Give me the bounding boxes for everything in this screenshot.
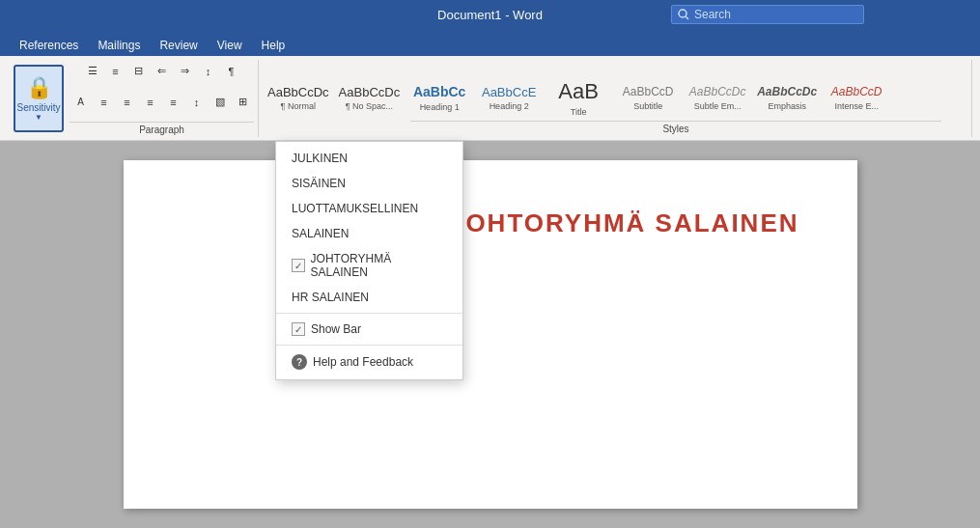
show-marks-button[interactable]: ¶ [221, 62, 242, 81]
document-area: JOHTORYHMÄ SALAINEN [0, 141, 980, 528]
help-icon: ? [292, 354, 307, 370]
tab-review[interactable]: Review [150, 35, 207, 56]
menu-item-johtoryhma-label: JOHTORYHMÄ SALAINEN [311, 252, 447, 279]
help-label: Help and Feedback [313, 355, 413, 369]
menu-item-salainen-label: SALAINEN [292, 227, 349, 240]
list-buttons-row: ☰ ≡ ⊟ ⇐ ⇒ ↕ ¶ [82, 62, 242, 81]
tab-references[interactable]: References [10, 35, 88, 56]
menu-item-julkinen[interactable]: JULKINEN [276, 146, 462, 171]
dropdown-divider-1 [276, 313, 462, 314]
numbered-list-button[interactable]: ≡ [105, 62, 126, 81]
sensitivity-label: Sensitivity [16, 102, 60, 113]
style-intense-em-preview: AaBbCcD [831, 85, 882, 98]
style-heading1-preview: AaBbCc [413, 84, 465, 100]
align-buttons-row: A ≡ ≡ ≡ ≡ ↕ ▧ ⊞ [70, 93, 254, 112]
paragraph-section: ☰ ≡ ⊟ ⇐ ⇒ ↕ ¶ A ≡ ≡ ≡ ≡ ↕ ▧ ⊞ Paragraph [66, 60, 259, 137]
sensitivity-button[interactable]: 🔒 Sensitivity ▼ [14, 65, 64, 132]
menu-item-salainen[interactable]: SALAINEN [276, 221, 462, 246]
tab-mailings[interactable]: Mailings [88, 35, 150, 56]
tab-help[interactable]: Help [252, 35, 295, 56]
menu-item-help[interactable]: ? Help and Feedback [276, 348, 462, 375]
dropdown-divider-2 [276, 345, 462, 346]
ribbon: 🔒 Sensitivity ▼ ☰ ≡ ⊟ ⇐ ⇒ ↕ ¶ A ≡ ≡ ≡ ≡ … [0, 56, 980, 141]
style-heading1-name: Heading 1 [420, 102, 460, 112]
menu-item-show-bar[interactable]: ✓ Show Bar [276, 317, 462, 342]
align-left-button[interactable]: ≡ [94, 93, 115, 112]
style-normal-preview: AaBbCcDc [267, 85, 329, 100]
search-box[interactable]: Search [671, 5, 864, 24]
align-right-button[interactable]: ≡ [140, 93, 161, 112]
style-subtle-em-preview: AaBbCcDc [689, 85, 746, 98]
paragraph-section-label: Paragraph [70, 122, 254, 135]
ribbon-tabs: References Mailings Review View Help [0, 29, 980, 56]
show-bar-checkbox: ✓ [292, 322, 305, 336]
decrease-indent-button[interactable]: ⇐ [152, 62, 173, 81]
style-subtitle-preview: AaBbCcD [623, 85, 674, 98]
search-icon [678, 9, 689, 20]
menu-item-sisainen[interactable]: SISÄINEN [276, 171, 462, 196]
menu-item-julkinen-label: JULKINEN [292, 152, 348, 165]
borders-button[interactable]: ⊞ [233, 93, 254, 112]
style-heading2-name: Heading 2 [490, 101, 529, 111]
menu-item-sisainen-label: SISÄINEN [292, 177, 346, 190]
shading-button[interactable]: ▧ [210, 93, 231, 112]
show-bar-label: Show Bar [311, 322, 361, 336]
style-title-preview: AaB [558, 79, 599, 104]
menu-item-hr[interactable]: HR SALAINEN [276, 285, 462, 310]
document-page[interactable]: JOHTORYHMÄ SALAINEN [124, 160, 857, 509]
justify-button[interactable]: ≡ [163, 93, 184, 112]
sensitivity-dropdown: JULKINEN SISÄINEN LUOTTAMUKSELLINEN SALA… [275, 141, 463, 380]
styles-section-label: Styles [410, 121, 941, 134]
style-heading2-preview: AaBbCcE [482, 85, 536, 100]
style-title-name: Title [571, 107, 587, 117]
search-placeholder: Search [694, 8, 731, 21]
menu-item-hr-label: HR SALAINEN [292, 291, 369, 304]
svg-point-0 [679, 10, 686, 17]
multilevel-list-button[interactable]: ⊟ [128, 62, 150, 81]
menu-item-luottamuksellinen[interactable]: LUOTTAMUKSELLINEN [276, 196, 462, 221]
sensitivity-icon: 🔒 [26, 75, 52, 100]
document-title: Document1 - Word [437, 8, 543, 22]
align-center-button[interactable]: ≡ [117, 93, 138, 112]
sensitivity-dropdown-arrow: ▼ [35, 113, 42, 122]
document-heading: JOHTORYHMÄ SALAINEN [450, 208, 799, 238]
title-bar: Document1 - Word Search [0, 0, 980, 29]
style-no-spacing-preview: AaBbCcDc [339, 85, 401, 100]
style-subtle-em-name: Subtle Em... [694, 101, 742, 111]
style-no-spacing[interactable]: AaBbCcDc ¶ No Spac... [334, 63, 406, 134]
svg-line-1 [686, 16, 688, 19]
menu-item-johtoryhma[interactable]: ✓ JOHTORYHMÄ SALAINEN [276, 246, 462, 285]
sort-button[interactable]: ↕ [198, 62, 219, 81]
style-normal[interactable]: AaBbCcDc ¶ Normal [263, 63, 334, 134]
highlight-button[interactable]: A [70, 93, 92, 112]
line-spacing-button[interactable]: ↕ [186, 93, 208, 112]
style-intense-em-name: Intense E... [834, 101, 879, 111]
sensitivity-section: 🔒 Sensitivity ▼ [8, 60, 66, 137]
style-emphasis-preview: AaBbCcDc [757, 85, 817, 98]
style-emphasis-name: Emphasis [768, 101, 806, 111]
increase-indent-button[interactable]: ⇒ [175, 62, 196, 81]
menu-item-luottamuksellinen-label: LUOTTAMUKSELLINEN [292, 202, 418, 215]
bullets-button[interactable]: ☰ [82, 62, 103, 81]
style-no-spacing-name: ¶ No Spac... [346, 101, 393, 111]
johtoryhma-checkbox: ✓ [292, 259, 305, 272]
style-subtitle-name: Subtitle [633, 101, 662, 111]
tab-view[interactable]: View [208, 35, 252, 56]
style-normal-name: ¶ Normal [281, 101, 316, 111]
